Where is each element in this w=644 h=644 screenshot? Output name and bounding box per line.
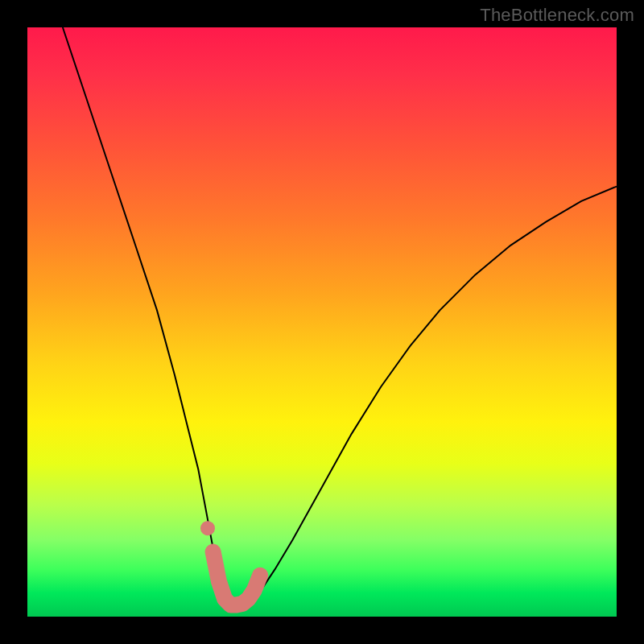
bottom-highlight-dot [200, 521, 215, 535]
bottom-highlight-segment [213, 552, 261, 605]
watermark-text: TheBottleneck.com [480, 5, 634, 26]
plot-area [27, 27, 617, 617]
metric-curve [63, 27, 617, 605]
curve-layer [27, 27, 617, 617]
chart-frame: TheBottleneck.com [0, 0, 644, 644]
